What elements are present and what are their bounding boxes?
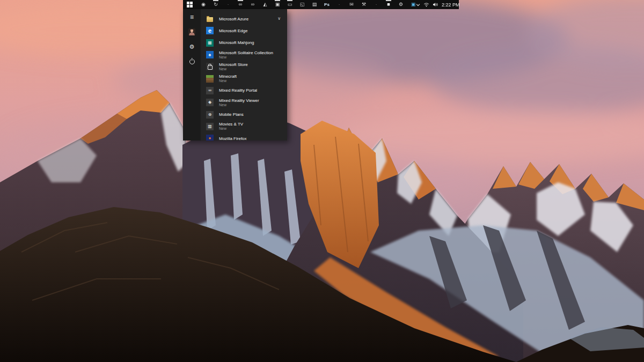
overflow-dot-icon[interactable]: · [374,0,379,9]
volume-icon[interactable] [433,0,438,9]
windows-logo-icon [187,2,193,8]
user-avatar[interactable] [188,28,195,35]
refresh-circle-icon[interactable]: ↻ [213,0,218,9]
app-microsoft-mahjong[interactable]: ▦ Microsoft Mahjong [206,37,287,49]
app-movies-and-tv[interactable]: ▥ Movies & TV New [206,121,287,132]
shield-icon[interactable]: ◉ [201,0,206,9]
app-label: Minecraft [219,74,237,79]
app-new-badge: New [219,103,259,107]
infinity-app-icon[interactable]: ∞ [238,0,243,9]
menu-expand-button[interactable]: ≡ [188,13,196,21]
app-microsoft-store[interactable]: Microsoft Store New [206,61,287,72]
app-label: Microsoft Solitaire Collection [219,50,273,55]
white-square-app-icon[interactable]: ■ [386,0,391,9]
app-label: Microsoft Edge [219,28,247,33]
app-new-badge: New [219,127,243,131]
power-button[interactable] [188,58,196,65]
desktop-wallpaper[interactable] [0,0,644,362]
app-texts: Mixed Reality Viewer New [219,98,259,107]
app-tile-icon [206,75,214,83]
app-mixed-reality-viewer[interactable]: ◈ Mixed Reality Viewer New [206,97,287,108]
app-texts: Mixed Reality Portal [219,88,257,93]
app-texts: Minecraft New [219,74,237,83]
app-tile-icon: ∞ [206,87,214,94]
app-new-badge: New [219,79,237,83]
app-microsoft-edge[interactable]: e Microsoft Edge [206,25,287,36]
blue-tile-app-icon[interactable]: ▣ [411,0,416,9]
app-label: Microsoft Mahjong [219,40,254,45]
winlogo-pane [190,2,193,4]
window-app-icon[interactable]: ▭ [287,0,292,9]
app-tile-icon [206,63,214,70]
app-tile-icon: ● [206,135,214,141]
app-microsoft-azure[interactable]: Microsoft Azure ∨ [206,13,287,25]
app-tile-icon: ⊕ [206,111,214,119]
taskbar-pinned-apps: ◉ ↻ · ∞ ∞ ◭ ▣ ▭ [201,0,416,9]
app-new-badge: New [219,55,273,60]
overflow-dot-icon[interactable]: · [336,0,342,9]
wifi-icon[interactable] [423,0,429,9]
app-texts: Mobile Plans [219,112,244,117]
app-texts: Microsoft Solitaire Collection New [219,50,273,60]
tray-chevron-icon[interactable] [416,0,420,9]
app-label: Microsoft Azure [219,17,248,21]
app-tile-icon: ♠ [206,51,214,58]
app-minecraft[interactable]: Minecraft New [206,72,287,84]
start-menu-app-list: Microsoft Azure ∨ e Microsoft Edge [201,9,287,141]
winlogo-pane [187,5,189,8]
app-mixed-reality-portal[interactable]: ∞ Mixed Reality Portal [206,85,287,97]
wallpaper-art [0,0,644,362]
app-texts: Microsoft Edge [219,28,247,33]
app-texts: Microsoft Mahjong [219,40,254,45]
app-label: Mozilla Firefox [219,136,247,141]
app-label: Microsoft Store [219,62,248,67]
app-new-badge: New [219,67,248,71]
taskbar-left-group: ◉ ↻ · ∞ ∞ ◭ ▣ ▭ [186,0,416,9]
app-label: Movies & TV [219,122,243,127]
mail-icon[interactable]: ✉ [349,0,354,9]
app-label: Mixed Reality Portal [219,88,257,93]
infinity-app2-icon[interactable]: ∞ [250,0,255,9]
app-tile-icon: e [206,27,214,34]
clock[interactable]: 2:22 PM [442,2,460,8]
overflow-dot-icon[interactable]: · [225,0,231,9]
settings-button[interactable]: ⚙ [188,43,196,50]
desktop: ◉ ↻ · ∞ ∞ ◭ ▣ ▭ [0,0,644,362]
start-menu: ≡ ⚙ Microsoft Azure ∨ [183,9,287,141]
app-texts: Microsoft Store New [219,62,248,71]
app-tile-icon [206,15,214,23]
app-microsoft-solitaire-collection[interactable]: ♠ Microsoft Solitaire Collection New [206,49,287,61]
app-tile-icon: ◈ [206,99,214,106]
app-label: Mobile Plans [219,112,244,117]
system-tray: 2:22 PM [416,0,460,9]
taskbar: ◉ ↻ · ∞ ∞ ◭ ▣ ▭ [183,0,459,9]
notes-app-icon[interactable]: ▣ [275,0,280,9]
start-menu-rail: ≡ ⚙ [183,9,201,141]
start-button[interactable] [186,0,194,9]
app-label: Mixed Reality Viewer [219,98,259,103]
app-tile-icon: ▦ [206,39,214,47]
winlogo-pane [190,5,193,8]
screen-share-icon[interactable]: ◱ [299,0,305,9]
app-tile-icon: ▥ [206,123,214,130]
gear-icon[interactable]: ⚙ [398,0,404,9]
ink-bottle-icon[interactable]: ◭ [262,0,268,9]
app-texts: Mozilla Firefox [219,136,247,141]
app-mobile-plans[interactable]: ⊕ Mobile Plans [206,108,287,120]
document-app-icon[interactable]: ▤ [312,0,317,9]
wrench-icon[interactable]: ⚒ [361,0,367,9]
app-texts: Movies & TV New [219,122,243,131]
photoshop-icon[interactable]: Ps [324,0,330,9]
winlogo-pane [187,2,189,4]
app-mozilla-firefox[interactable]: ● Mozilla Firefox [206,132,287,141]
expand-group-chevron-icon: ∨ [277,17,281,21]
app-texts: Microsoft Azure [219,17,248,21]
